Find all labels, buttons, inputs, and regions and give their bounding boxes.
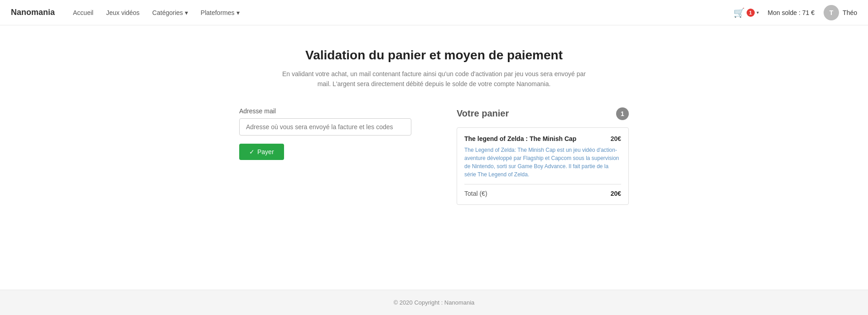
nav-plateformes[interactable]: Plateformes ▾	[201, 9, 240, 16]
user-menu[interactable]: T Théo	[824, 5, 857, 20]
balance-display: Mon solde : 71 €	[768, 9, 815, 16]
nav-links: Accueil Jeux vidéos Catégories ▾ Platefo…	[73, 9, 733, 16]
nav-categories[interactable]: Catégories ▾	[152, 9, 188, 16]
chevron-down-icon: ▾	[236, 9, 240, 16]
cart-chevron-icon: ▾	[757, 10, 759, 15]
cart-count-badge: 1	[747, 9, 755, 17]
checkout-layout: Adresse mail ✓ Payer Votre panier 1 The …	[185, 107, 683, 205]
pay-button[interactable]: ✓ Payer	[239, 144, 284, 160]
cart-total-label: Total (€)	[464, 190, 487, 197]
cart-total-row: Total (€) 20€	[464, 184, 621, 197]
nav-accueil[interactable]: Accueil	[73, 9, 93, 16]
main-content: Validation du panier et moyen de paiemen…	[0, 25, 868, 290]
brand[interactable]: Nanomania	[11, 8, 55, 17]
cart-total-amount: 20€	[611, 190, 621, 197]
footer-text: © 2020 Copyright : Nanomania	[394, 299, 475, 306]
cart-item-card: The legend of Zelda : The Minish Cap 20€…	[457, 127, 629, 205]
user-name: Théo	[843, 9, 857, 16]
cart-item-name: The legend of Zelda : The Minish Cap	[464, 135, 576, 142]
navbar-right: 🛒 1 ▾ Mon solde : 71 € T Théo	[733, 5, 857, 20]
chevron-down-icon: ▾	[185, 9, 188, 16]
cart-count-badge: 1	[616, 107, 629, 120]
page-subtitle: En validant votre achat, un mail contena…	[275, 69, 593, 89]
cart-item-price: 20€	[611, 135, 621, 142]
cart-item-description: The Legend of Zelda: The Minish Cap est …	[464, 146, 621, 179]
email-label: Adresse mail	[239, 107, 411, 115]
cart-icon: 🛒	[733, 7, 745, 18]
page-header: Validation du panier et moyen de paiemen…	[9, 48, 859, 89]
cart-title: Votre panier	[457, 108, 509, 119]
cart-panel: Votre panier 1 The legend of Zelda : The…	[457, 107, 629, 205]
page-title: Validation du panier et moyen de paiemen…	[9, 48, 859, 63]
checkmark-icon: ✓	[249, 148, 255, 155]
payment-form: Adresse mail ✓ Payer	[239, 107, 411, 205]
footer: © 2020 Copyright : Nanomania	[0, 290, 868, 315]
email-input[interactable]	[239, 118, 411, 136]
cart-button[interactable]: 🛒 1 ▾	[733, 7, 759, 18]
cart-item-header: The legend of Zelda : The Minish Cap 20€	[464, 135, 621, 142]
avatar: T	[824, 5, 839, 20]
cart-header: Votre panier 1	[457, 107, 629, 120]
navbar: Nanomania Accueil Jeux vidéos Catégories…	[0, 0, 868, 25]
nav-jeux-videos[interactable]: Jeux vidéos	[106, 9, 140, 16]
